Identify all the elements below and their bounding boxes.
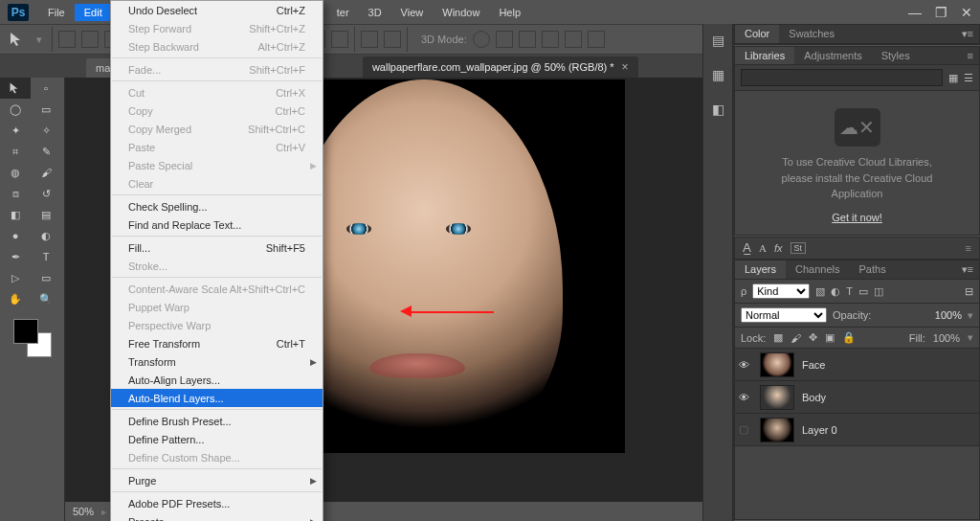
lasso-tool-icon[interactable]: ◯ bbox=[0, 99, 31, 120]
edit-menu-item[interactable]: Transform▶ bbox=[111, 352, 323, 371]
shape-tool-icon[interactable]: ▭ bbox=[31, 267, 61, 288]
layer-filter-kind[interactable]: Kind bbox=[752, 283, 810, 299]
layer-row[interactable]: 👁 Body bbox=[735, 381, 979, 414]
layer-name[interactable]: Body bbox=[802, 392, 826, 403]
layer-thumbnail[interactable] bbox=[760, 418, 794, 442]
filter-shape-icon[interactable]: ▭ bbox=[858, 285, 868, 298]
edit-menu-item[interactable]: Presets▶ bbox=[111, 512, 323, 521]
move-tool-icon[interactable] bbox=[0, 78, 31, 99]
actions-panel-icon[interactable]: ▦ bbox=[707, 64, 728, 85]
visibility-toggle[interactable]: ▢ bbox=[739, 423, 752, 436]
eyedropper-tool-icon[interactable]: ✎ bbox=[31, 141, 61, 162]
lock-paint-icon[interactable]: 🖌 bbox=[791, 332, 801, 344]
filter-pixel-icon[interactable]: ▧ bbox=[815, 285, 825, 298]
history-panel-icon[interactable]: ▤ bbox=[707, 30, 728, 51]
window-minimize[interactable]: — bbox=[908, 5, 922, 20]
type-tool-icon[interactable]: T bbox=[31, 246, 61, 267]
magic-wand-tool-icon[interactable]: ✧ bbox=[31, 120, 61, 141]
lock-position-icon[interactable]: ✥ bbox=[809, 331, 817, 344]
layer-name[interactable]: Face bbox=[802, 359, 825, 371]
lock-transparent-icon[interactable]: ▩ bbox=[773, 331, 783, 344]
grid-view-icon[interactable]: ▦ bbox=[948, 72, 958, 84]
styles-tab[interactable]: Styles bbox=[872, 47, 920, 64]
menu-help[interactable]: Help bbox=[489, 4, 530, 21]
visibility-toggle[interactable]: 👁 bbox=[739, 359, 752, 371]
edit-menu-item[interactable]: Adobe PDF Presets... bbox=[111, 494, 323, 512]
layer-thumbnail[interactable] bbox=[760, 385, 794, 410]
quick-select-tool-icon[interactable]: ✦ bbox=[0, 120, 31, 141]
menu-filter-clipped[interactable]: ter bbox=[327, 4, 359, 21]
window-maximize[interactable]: ❐ bbox=[935, 5, 947, 20]
properties-panel-icon[interactable]: ◧ bbox=[707, 99, 728, 120]
marquee-tool-icon[interactable]: ▭ bbox=[31, 99, 61, 120]
zoom-level[interactable]: 50% bbox=[73, 506, 94, 517]
layer-row[interactable]: 👁 Face bbox=[735, 349, 979, 381]
foreground-background-swatch[interactable] bbox=[13, 319, 52, 357]
menu-file[interactable]: File bbox=[38, 4, 75, 21]
menu-3d[interactable]: 3D bbox=[359, 4, 391, 21]
edit-menu-item[interactable]: Auto-Blend Layers... bbox=[111, 389, 323, 407]
brush-tool-icon[interactable]: 🖌 bbox=[31, 162, 61, 183]
filter-toggle[interactable]: ⊟ bbox=[965, 285, 973, 298]
layer-row[interactable]: ▢ Layer 0 bbox=[735, 414, 979, 446]
spot-heal-tool-icon[interactable]: ◍ bbox=[0, 162, 31, 183]
menu-view[interactable]: View bbox=[391, 4, 434, 21]
st-icon[interactable]: St bbox=[791, 242, 807, 254]
dodge-tool-icon[interactable]: ◐ bbox=[31, 225, 61, 246]
panel-menu-icon[interactable]: ≡ bbox=[962, 47, 979, 64]
blend-mode-select[interactable]: Normal bbox=[741, 307, 827, 323]
edit-menu-item[interactable]: Find and Replace Text... bbox=[111, 215, 323, 234]
visibility-toggle[interactable]: 👁 bbox=[739, 392, 752, 403]
layers-tab[interactable]: Layers bbox=[735, 260, 786, 279]
artboard-tool-icon[interactable]: ▫ bbox=[31, 78, 61, 99]
close-icon[interactable]: × bbox=[622, 60, 629, 74]
char-A-icon[interactable]: A̲ bbox=[743, 240, 751, 256]
get-it-now-link[interactable]: Get it now! bbox=[745, 210, 969, 226]
edit-menu-item[interactable]: Fill...Shift+F5 bbox=[111, 238, 323, 257]
edit-menu-item[interactable]: Check Spelling... bbox=[111, 197, 323, 215]
hand-tool-icon[interactable]: ✋ bbox=[0, 288, 31, 309]
channels-tab[interactable]: Channels bbox=[786, 260, 849, 279]
filter-smart-icon[interactable]: ◫ bbox=[874, 285, 883, 298]
pen-tool-icon[interactable]: ✒ bbox=[0, 246, 31, 267]
3d-mode-icons[interactable] bbox=[473, 31, 605, 48]
list-view-icon[interactable]: ☰ bbox=[964, 72, 973, 84]
menu-window[interactable]: Window bbox=[433, 4, 489, 21]
filter-adjust-icon[interactable]: ◐ bbox=[831, 285, 840, 298]
lock-artboard-icon[interactable]: ▣ bbox=[825, 331, 835, 344]
move-tool-icon[interactable] bbox=[4, 29, 31, 50]
window-close[interactable]: ✕ bbox=[961, 5, 972, 20]
menu-edit[interactable]: Edit bbox=[75, 4, 112, 21]
adjustments-tab[interactable]: Adjustments bbox=[794, 47, 872, 64]
swatches-tab[interactable]: Swatches bbox=[779, 25, 844, 43]
gradient-tool-icon[interactable]: ▤ bbox=[31, 204, 61, 225]
zoom-tool-icon[interactable]: 🔍 bbox=[31, 288, 61, 309]
layer-name[interactable]: Layer 0 bbox=[802, 424, 837, 436]
doc-tab-2[interactable]: wallpaperflare.com_wallpaper.jpg @ 50% (… bbox=[363, 57, 638, 78]
history-brush-tool-icon[interactable]: ↺ bbox=[31, 183, 61, 204]
distribute-group-2[interactable] bbox=[361, 31, 401, 48]
char-A2-icon[interactable]: A bbox=[759, 242, 767, 254]
edit-menu-item[interactable]: Undo DeselectCtrl+Z bbox=[111, 1, 323, 19]
blur-tool-icon[interactable]: ● bbox=[0, 225, 31, 246]
paths-tab[interactable]: Paths bbox=[850, 260, 896, 279]
eraser-tool-icon[interactable]: ◧ bbox=[0, 204, 31, 225]
panel-menu-icon[interactable]: ▾≡ bbox=[956, 25, 979, 43]
clone-stamp-tool-icon[interactable]: ⧈ bbox=[0, 183, 31, 204]
fx-icon[interactable]: fx bbox=[774, 242, 783, 254]
lock-all-icon[interactable]: 🔒 bbox=[842, 331, 856, 344]
layer-thumbnail[interactable] bbox=[760, 352, 794, 377]
edit-menu-item[interactable]: Auto-Align Layers... bbox=[111, 371, 323, 389]
library-picker[interactable] bbox=[741, 69, 943, 86]
fill-value[interactable]: 100% bbox=[933, 332, 960, 344]
libraries-tab[interactable]: Libraries bbox=[735, 47, 794, 64]
opacity-value[interactable]: 100% bbox=[935, 309, 962, 321]
crop-tool-icon[interactable]: ⌗ bbox=[0, 141, 31, 162]
edit-menu-item[interactable]: Purge▶ bbox=[111, 471, 323, 489]
edit-menu-item[interactable]: Define Pattern... bbox=[111, 430, 323, 448]
color-tab[interactable]: Color bbox=[735, 25, 779, 43]
panel-menu-icon[interactable]: ▾≡ bbox=[956, 260, 979, 279]
path-select-tool-icon[interactable]: ▷ bbox=[0, 267, 31, 288]
edit-menu-item[interactable]: Define Brush Preset... bbox=[111, 412, 323, 430]
edit-menu-item[interactable]: Free TransformCtrl+T bbox=[111, 334, 323, 352]
